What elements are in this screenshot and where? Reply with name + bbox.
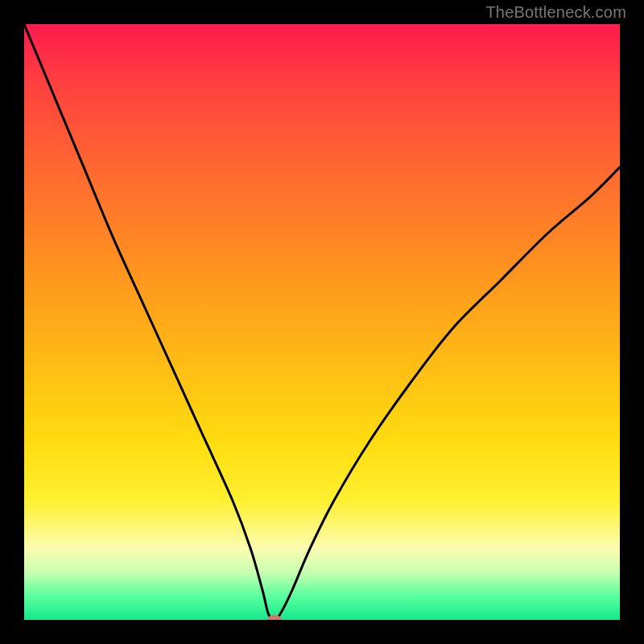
bottleneck-curve	[24, 24, 620, 620]
plot-area	[24, 24, 620, 620]
optimal-point-marker	[267, 615, 282, 620]
curve-layer	[24, 24, 620, 620]
chart-frame: TheBottleneck.com	[0, 0, 644, 644]
watermark-text: TheBottleneck.com	[485, 3, 626, 22]
